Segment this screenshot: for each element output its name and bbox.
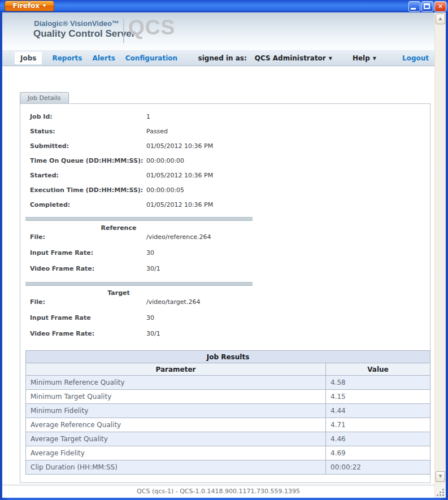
- field-row: Started:01/05/2012 10:36 PM: [20, 172, 430, 186]
- result-parameter: Average Fidelity: [26, 446, 326, 460]
- field-value: 01/05/2012 10:36 PM: [146, 172, 213, 179]
- vertical-scrollbar[interactable]: ▲ ▼: [434, 12, 446, 498]
- reference-fields: File:/video/reference.264 Input Frame Ra…: [20, 233, 430, 281]
- table-row: Average Fidelity 4.69: [26, 446, 430, 460]
- field-row: Time On Queue (DD:HH:MM:SS):00:00:00:00: [20, 157, 430, 172]
- field-row: Execution Time (DD:HH:MM:SS):00:00:00:05: [20, 186, 430, 201]
- field-row: Video Frame Rate:30/1: [20, 265, 430, 281]
- maximize-icon: [424, 3, 430, 9]
- field-row: File:/video/reference.264: [20, 233, 430, 249]
- result-parameter: Minimum Fidelity: [26, 404, 326, 418]
- field-row: Input Frame Rate30: [20, 314, 430, 330]
- window-controls: ✕: [408, 1, 446, 12]
- job-results-section: Job Results Parameter Value Minimum Refe…: [25, 350, 430, 475]
- user-menu-label: QCS Administrator: [255, 54, 326, 62]
- field-value: Passed: [146, 128, 168, 135]
- close-button[interactable]: ✕: [434, 1, 446, 12]
- field-label: Video Frame Rate:: [30, 265, 146, 272]
- result-parameter: Clip Duration (HH:MM:SS): [26, 460, 326, 475]
- result-parameter: Average Reference Quality: [26, 418, 326, 432]
- maximize-button[interactable]: [421, 1, 433, 12]
- resize-grip-icon[interactable]: [437, 489, 445, 497]
- field-value: 30: [146, 314, 154, 321]
- field-value: 1: [146, 113, 150, 120]
- nav-link[interactable]: Reports: [52, 54, 82, 62]
- field-value: /video/target.264: [146, 298, 200, 306]
- user-menu[interactable]: QCS Administrator▼: [255, 54, 332, 62]
- brand-line1: Dialogic® VisionVideo™: [33, 19, 119, 28]
- browser-viewport: Dialogic® VisionVideo™ Quality Control S…: [2, 12, 446, 498]
- table-row: Average Reference Quality 4.71: [26, 418, 430, 432]
- section-divider: [25, 217, 253, 221]
- result-parameter: Average Target Quality: [26, 432, 326, 446]
- tab-job-details[interactable]: Job Details: [20, 92, 69, 103]
- minimize-button[interactable]: [408, 1, 420, 12]
- result-value: 4.15: [326, 390, 430, 404]
- field-row: Submitted:01/05/2012 10:36 PM: [20, 142, 430, 157]
- app-header: Dialogic® VisionVideo™ Quality Control S…: [2, 12, 434, 50]
- result-parameter: Minimum Reference Quality: [26, 376, 326, 390]
- field-value: 30: [146, 249, 154, 256]
- table-row: Clip Duration (HH:MM:SS) 00:00:22: [26, 460, 430, 475]
- firefox-menu-button[interactable]: Firefox▼: [5, 1, 54, 11]
- table-row: Average Target Quality 4.46: [26, 432, 430, 446]
- column-header-value: Value: [326, 363, 430, 376]
- brand-logo: Dialogic® VisionVideo™ Quality Control S…: [33, 19, 119, 40]
- job-results-table: Job Results Parameter Value Minimum Refe…: [25, 350, 430, 475]
- field-value: /video/reference.264: [146, 233, 211, 241]
- field-label: Started:: [30, 172, 146, 179]
- nav-tab-jobs[interactable]: Jobs: [15, 52, 42, 64]
- job-summary-fields: Job Id:1 Status:Passed Submitted:01/05/2…: [20, 113, 430, 216]
- target-section-title: Target: [25, 288, 212, 298]
- nav-link[interactable]: Configuration: [125, 54, 177, 62]
- scroll-down-icon: ▼: [439, 474, 442, 479]
- field-label: Video Frame Rate:: [30, 330, 146, 337]
- field-value: 01/05/2012 10:36 PM: [146, 142, 213, 150]
- brand-line2: Quality Control Server: [33, 28, 119, 40]
- target-fields: File:/video/target.264 Input Frame Rate3…: [20, 298, 430, 346]
- table-row: Minimum Reference Quality 4.58: [26, 376, 430, 390]
- nav-link[interactable]: Alerts: [92, 54, 115, 62]
- field-label: Completed:: [30, 201, 146, 208]
- result-value: 4.44: [326, 404, 430, 418]
- reference-section-title: Reference: [25, 223, 212, 233]
- chevron-down-icon: ▼: [43, 3, 46, 8]
- field-label: Time On Queue (DD:HH:MM:SS):: [30, 157, 146, 164]
- field-row: File:/video/target.264: [20, 298, 430, 314]
- help-menu[interactable]: Help▼: [353, 54, 376, 62]
- product-abbreviation: QCS: [128, 16, 175, 40]
- result-value: 4.58: [326, 376, 430, 390]
- results-table-title: Job Results: [26, 351, 430, 363]
- field-label: File:: [30, 298, 146, 306]
- result-value: 4.69: [326, 446, 430, 460]
- window-titlebar: Firefox▼ ✕: [0, 0, 448, 12]
- field-row: Video Frame Rate:30/1: [20, 330, 430, 346]
- result-value: 00:00:22: [326, 460, 430, 475]
- field-label: Status:: [30, 128, 146, 135]
- qcs-page: Dialogic® VisionVideo™ Quality Control S…: [2, 12, 434, 498]
- scroll-up-button[interactable]: ▲: [436, 14, 445, 24]
- field-label: Submitted:: [30, 142, 146, 150]
- help-menu-label: Help: [353, 54, 370, 62]
- scroll-down-button[interactable]: ▼: [436, 471, 445, 482]
- field-label: Input Frame Rate:: [30, 249, 146, 256]
- column-header-parameter: Parameter: [26, 363, 326, 376]
- chevron-down-icon: ▼: [329, 56, 332, 61]
- field-label: Execution Time (DD:HH:MM:SS):: [30, 186, 146, 194]
- scrollbar-corner: [435, 484, 446, 498]
- field-value: 01/05/2012 10:36 PM: [146, 201, 213, 208]
- field-label: Input Frame Rate: [30, 314, 146, 321]
- close-icon: ✕: [435, 2, 446, 12]
- logout-link[interactable]: Logout: [402, 54, 429, 62]
- field-label: Job Id:: [30, 113, 146, 120]
- field-value: 00:00:00:00: [146, 157, 184, 164]
- chevron-down-icon: ▼: [373, 56, 376, 61]
- field-row: Completed:01/05/2012 10:36 PM: [20, 201, 430, 216]
- firefox-menu-label: Firefox: [13, 2, 40, 10]
- result-value: 4.71: [326, 418, 430, 432]
- scroll-up-icon: ▲: [439, 16, 442, 21]
- brand-divider: [123, 18, 124, 43]
- field-label: File:: [30, 233, 146, 241]
- minimize-icon: [411, 8, 416, 10]
- job-details-panel: Job Id:1 Status:Passed Submitted:01/05/2…: [20, 103, 430, 483]
